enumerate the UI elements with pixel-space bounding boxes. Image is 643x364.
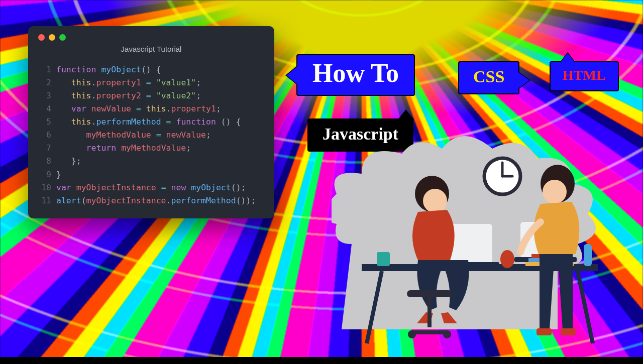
- code-line: 1function myObject() {: [38, 63, 264, 76]
- svg-point-20: [443, 330, 451, 338]
- svg-point-11: [500, 250, 514, 268]
- svg-point-16: [423, 189, 447, 213]
- code-line: 3 this.property2 = "value2";: [38, 89, 264, 102]
- code-tokens: }: [56, 168, 61, 181]
- css-label: CSS: [458, 61, 519, 94]
- code-editor-panel: Javascript Tutorial 1function myObject()…: [28, 26, 274, 218]
- line-number: 8: [38, 155, 51, 168]
- line-number: 2: [38, 76, 51, 89]
- line-number: 7: [38, 142, 51, 155]
- svg-rect-17: [407, 290, 452, 297]
- code-line: 10var myObjectInstance = new myObject();: [38, 181, 264, 194]
- code-line: 11alert(myObjectInstance.performMethod()…: [38, 194, 264, 207]
- code-tokens: var myObjectInstance = new myObject();: [56, 181, 246, 194]
- code-tokens: var newValue = this.property1;: [56, 102, 221, 115]
- code-line: 5 this.performMethod = function () {: [38, 115, 264, 129]
- html-label: HTML: [550, 61, 619, 91]
- svg-point-19: [408, 330, 416, 338]
- minimize-dot-icon: [49, 34, 55, 41]
- bottom-bar: [0, 357, 643, 364]
- line-number: 5: [38, 115, 51, 129]
- bubble-tail-icon: [518, 72, 529, 88]
- code-tokens: alert(myObjectInstance.performMethod());: [56, 194, 256, 207]
- line-number: 9: [38, 168, 51, 181]
- line-number: 11: [38, 194, 51, 207]
- code-tokens: this.property1 = "value1";: [56, 76, 201, 89]
- code-tokens: return myMethodValue;: [56, 142, 191, 155]
- how-to-text: How To: [312, 59, 399, 87]
- line-number: 1: [38, 63, 51, 76]
- code-tokens: this.performMethod = function () {: [56, 115, 241, 129]
- css-text: CSS: [473, 67, 504, 86]
- line-number: 10: [38, 181, 51, 194]
- html-text: HTML: [563, 67, 606, 83]
- window-dots: [38, 34, 264, 41]
- code-tokens: this.property2 = "value2";: [56, 89, 201, 102]
- code-line: 9}: [38, 168, 264, 181]
- code-tokens: myMethodValue = newValue;: [56, 129, 211, 142]
- code-block: 1function myObject() {2 this.property1 =…: [38, 63, 264, 207]
- how-to-label: How To: [296, 54, 415, 96]
- svg-rect-10: [377, 252, 390, 266]
- code-line: 7 return myMethodValue;: [38, 142, 264, 155]
- code-tokens: function myObject() {: [56, 63, 161, 76]
- bubble-tail-icon: [398, 109, 414, 119]
- people-at-desk-illustration: [332, 134, 638, 349]
- zoom-dot-icon: [59, 34, 66, 41]
- code-line: 4 var newValue = this.property1;: [38, 102, 264, 115]
- code-line: 6 myMethodValue = newValue;: [38, 129, 264, 142]
- svg-rect-24: [561, 328, 576, 335]
- editor-title: Javascript Tutorial: [38, 45, 264, 53]
- svg-rect-23: [537, 328, 552, 335]
- svg-rect-25: [584, 244, 592, 266]
- line-number: 6: [38, 129, 51, 142]
- code-tokens: };: [56, 155, 81, 168]
- svg-point-22: [543, 180, 567, 204]
- svg-line-5: [578, 271, 593, 343]
- code-line: 2 this.property1 = "value1";: [38, 76, 264, 89]
- line-number: 3: [38, 89, 51, 102]
- close-dot-icon: [38, 34, 45, 41]
- bubble-tail-icon: [561, 53, 575, 62]
- bubble-tail-icon: [286, 66, 297, 84]
- code-line: 8 };: [38, 155, 264, 168]
- line-number: 4: [38, 102, 51, 115]
